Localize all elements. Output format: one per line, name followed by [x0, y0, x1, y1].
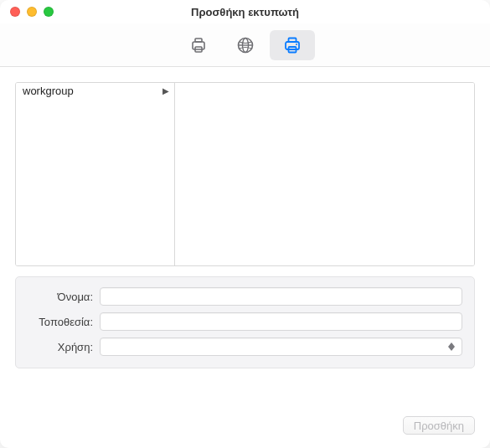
add-button-label: Προσθήκη: [414, 420, 464, 432]
svg-point-9: [296, 44, 297, 45]
printer-details-section: Όνομα: Τοποθεσία: Χρήση:: [15, 276, 475, 368]
titlebar: Προσθήκη εκτυπωτή: [0, 0, 490, 23]
use-select[interactable]: [100, 337, 462, 356]
name-label: Όνομα:: [28, 291, 100, 303]
minimize-window-button[interactable]: [27, 7, 37, 17]
content-area: workgroup ▶ Όνομα: Τοποθεσία: Χρήση:: [0, 67, 490, 413]
footer: Προσθήκη: [0, 413, 490, 448]
traffic-lights: [10, 7, 54, 17]
svg-rect-1: [195, 39, 202, 42]
zoom-window-button[interactable]: [44, 7, 54, 17]
browser-column-printers[interactable]: [175, 83, 474, 265]
svg-rect-7: [288, 38, 296, 42]
printer-advanced-icon: [282, 35, 302, 55]
globe-icon: [235, 35, 255, 55]
svg-rect-0: [193, 42, 204, 49]
smb-browser: workgroup ▶: [15, 82, 475, 266]
toolbar-tab-default[interactable]: [176, 30, 221, 60]
location-input[interactable]: [100, 312, 462, 331]
toolbar: [0, 23, 490, 67]
browser-column-workgroups[interactable]: workgroup ▶: [16, 83, 175, 265]
printer-icon: [188, 35, 209, 55]
add-printer-window: Προσθήκη εκτυπωτή: [0, 0, 490, 448]
svg-rect-6: [286, 42, 299, 49]
browser-item-label: workgroup: [23, 85, 74, 97]
close-window-button[interactable]: [10, 7, 20, 17]
window-title: Προσθήκη εκτυπωτή: [0, 6, 490, 18]
toolbar-tab-windows[interactable]: [270, 30, 315, 60]
browser-item-workgroup[interactable]: workgroup ▶: [16, 83, 174, 99]
use-label: Χρήση:: [28, 341, 100, 353]
add-button[interactable]: Προσθήκη: [403, 416, 475, 435]
toolbar-tab-ip[interactable]: [223, 30, 268, 60]
location-label: Τοποθεσία:: [28, 316, 100, 328]
name-input[interactable]: [100, 287, 462, 306]
chevron-right-icon: ▶: [162, 86, 169, 95]
updown-arrows-icon: [445, 340, 458, 353]
